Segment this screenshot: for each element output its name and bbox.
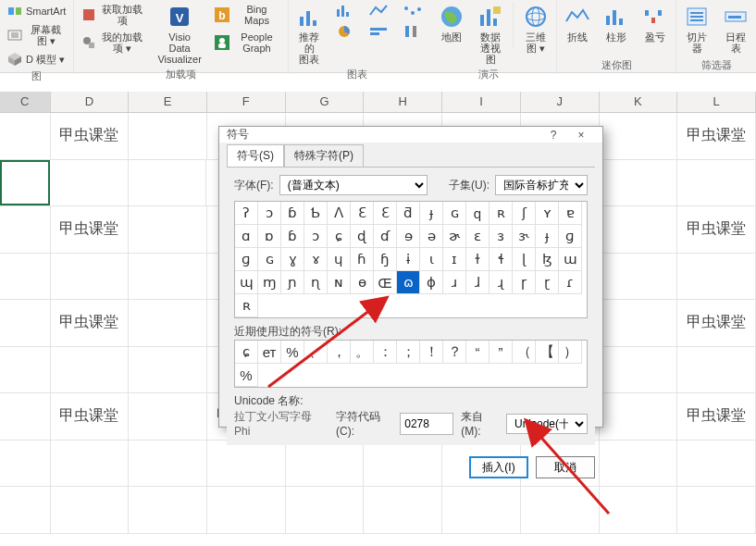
symbol-cell[interactable]: ʏ <box>536 202 559 225</box>
col-header[interactable]: G <box>286 92 365 112</box>
get-addins-button[interactable]: 获取加载项 <box>78 2 148 28</box>
recent-symbol-cell[interactable]: 【 <box>536 341 559 364</box>
symbol-cell[interactable]: ɒ <box>258 225 281 248</box>
symbol-cell[interactable]: ɴ <box>328 271 351 294</box>
symbol-cell[interactable]: ɯ <box>559 248 582 271</box>
visio-button[interactable]: V Visio Data Visualizer <box>154 2 205 67</box>
symbol-cell[interactable]: ɵ <box>351 271 374 294</box>
recent-symbol-cell[interactable]: 、 <box>304 341 328 364</box>
sparkline-line-button[interactable]: 折线 <box>561 2 594 44</box>
symbol-cell[interactable]: ɥ <box>328 248 351 271</box>
symbol-cell[interactable]: ɮ <box>536 248 559 271</box>
recent-symbol-cell[interactable]: ？ <box>443 341 466 364</box>
symbol-cell[interactable]: Ʌ <box>328 202 351 225</box>
symbol-cell[interactable]: ʀ <box>235 294 258 317</box>
chart-type-button[interactable] <box>331 2 363 20</box>
symbol-cell[interactable]: ɗ <box>374 225 397 248</box>
cancel-button[interactable]: 取消 <box>536 456 595 478</box>
tab-special[interactable]: 特殊字符(P) <box>284 144 364 167</box>
symbol-cell[interactable]: ɨ <box>397 248 420 271</box>
sparkline-winloss-button[interactable]: 盈亏 <box>638 2 672 44</box>
symbol-cell[interactable]: ɲ <box>281 271 304 294</box>
charcode-input[interactable] <box>400 413 453 435</box>
screenshot-button[interactable]: 屏幕截图 ▾ <box>4 22 69 48</box>
symbol-cell[interactable]: ʃ <box>513 202 536 225</box>
symbol-cell[interactable]: ɟ <box>420 202 443 225</box>
symbol-cell[interactable]: ɡ <box>559 225 582 248</box>
symbol-cell[interactable]: ɔ <box>258 202 281 225</box>
recent-symbol-cell[interactable]: ， <box>328 341 351 364</box>
chart-type-button[interactable] <box>398 2 429 20</box>
symbol-cell[interactable]: ɪ <box>443 248 466 271</box>
chart-type-button[interactable] <box>365 22 396 41</box>
model3d-button[interactable]: D 模型 ▾ <box>4 50 69 68</box>
symbol-cell[interactable]: ƌ <box>397 202 420 225</box>
symbol-cell[interactable]: ɓ <box>281 225 304 248</box>
chart-type-button[interactable] <box>331 22 363 41</box>
symbol-cell[interactable]: ɖ <box>351 225 374 248</box>
recent-symbol-cell[interactable]: ” <box>490 341 513 364</box>
timeline-button[interactable]: 日程表 <box>719 2 752 56</box>
insert-button[interactable]: 插入(I) <box>469 456 528 478</box>
subset-select[interactable]: 国际音标扩充 <box>495 175 588 195</box>
recent-symbol-cell[interactable]: ） <box>559 341 582 364</box>
active-cell[interactable] <box>0 160 50 206</box>
col-header[interactable]: D <box>51 92 130 112</box>
symbol-cell[interactable]: ɣ <box>281 248 304 271</box>
people-graph-button[interactable]: People Graph <box>211 30 284 56</box>
map-chart-button[interactable]: 地图 <box>435 2 468 44</box>
symbol-cell[interactable]: ɦ <box>351 248 374 271</box>
symbol-cell[interactable]: ɘ <box>397 225 420 248</box>
symbol-cell[interactable]: ɡ <box>235 248 258 271</box>
symbol-cell[interactable]: ʀ <box>490 202 513 225</box>
symbol-cell[interactable]: ɢ <box>258 248 281 271</box>
sparkline-column-button[interactable]: 柱形 <box>600 2 633 44</box>
chart-type-button[interactable] <box>398 22 429 41</box>
symbol-cell[interactable]: ɺ <box>466 271 490 294</box>
smartart-button[interactable]: SmartArt <box>4 2 69 20</box>
pivot-chart-button[interactable]: 数据透视图 <box>474 2 507 67</box>
symbol-cell[interactable]: ɬ <box>490 248 513 271</box>
recent-symbol-cell[interactable]: % <box>235 364 258 387</box>
col-header[interactable]: J <box>521 92 600 112</box>
symbol-cell[interactable]: ɕ <box>328 225 351 248</box>
symbol-cell[interactable]: Ɛ <box>351 202 374 225</box>
recent-symbol-cell[interactable]: （ <box>513 341 536 364</box>
recent-symbol-cell[interactable]: “ <box>466 341 490 364</box>
symbol-cell[interactable]: ɛ <box>466 225 490 248</box>
symbol-cell[interactable]: ɫ <box>466 248 490 271</box>
symbol-cell[interactable]: ɐ <box>559 202 582 225</box>
symbol-cell[interactable]: Ɛ <box>374 202 397 225</box>
chart-type-button[interactable] <box>365 2 396 20</box>
symbol-cell[interactable]: ɻ <box>490 271 513 294</box>
symbol-cell[interactable]: ə <box>420 225 443 248</box>
col-header[interactable]: F <box>207 92 286 112</box>
symbol-cell[interactable]: ɼ <box>513 271 536 294</box>
map3d-button[interactable]: 三维 图 ▾ <box>519 2 552 56</box>
bing-maps-button[interactable]: b Bing Maps <box>211 2 284 28</box>
symbol-cell[interactable]: ɾ <box>559 271 582 294</box>
from-select[interactable]: Unicode(十六进 <box>506 414 588 434</box>
symbol-cell[interactable]: ɧ <box>374 248 397 271</box>
col-header[interactable]: C <box>0 92 51 112</box>
symbol-cell[interactable]: ɜ <box>490 225 513 248</box>
col-header[interactable]: H <box>364 92 442 112</box>
tab-symbols[interactable]: 符号(S) <box>227 144 284 167</box>
symbol-cell[interactable]: ɰ <box>235 271 258 294</box>
recent-symbol-cell[interactable]: % <box>281 341 304 364</box>
col-header[interactable]: K <box>600 92 678 112</box>
symbol-cell[interactable]: ɝ <box>513 225 536 248</box>
recent-symbol-cell[interactable]: ： <box>374 341 397 364</box>
symbol-cell[interactable]: ɑ <box>235 225 258 248</box>
font-select[interactable]: (普通文本) <box>279 175 428 195</box>
symbol-grid[interactable]: ʔɔɓƄɅƐƐƌɟɢqʀʃʏɐɑɒɓɔɕɖɗɘəɚɛɜɝɟɡɡɢɣɤɥɦɧɨɩɪ… <box>234 201 588 318</box>
recent-grid[interactable]: ɕет%、，。：；！？“”（【）% <box>234 340 588 388</box>
symbol-cell[interactable]: ɔ <box>304 225 328 248</box>
symbol-cell[interactable]: ɹ <box>443 271 466 294</box>
symbol-cell[interactable]: ɽ <box>536 271 559 294</box>
slicer-button[interactable]: 切片器 <box>680 2 713 56</box>
symbol-cell[interactable]: ɢ <box>443 202 466 225</box>
help-button[interactable]: ? <box>539 129 567 142</box>
col-header[interactable]: I <box>442 92 521 112</box>
symbol-cell[interactable]: ɷ <box>397 271 420 294</box>
